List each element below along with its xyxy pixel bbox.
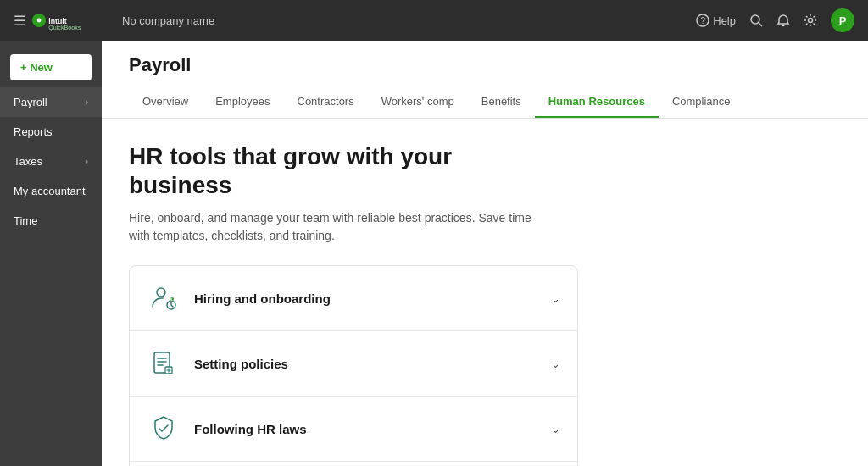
svg-text:?: ? (701, 16, 706, 25)
tabs: Overview Employees Contractors Workers' … (129, 86, 841, 118)
quickbooks-logo: intuit QuickBooks (32, 10, 100, 31)
sidebar: + New Payroll › Reports Taxes › My accou… (0, 41, 102, 466)
hamburger-icon[interactable]: ☰ (14, 13, 25, 29)
tab-benefits[interactable]: Benefits (468, 86, 535, 118)
settings-button[interactable] (804, 14, 817, 27)
tab-compliance[interactable]: Compliance (659, 86, 744, 118)
sidebar-item-reports[interactable]: Reports (0, 117, 102, 147)
logo-area: ☰ intuit QuickBooks (14, 10, 115, 31)
chevron-down-icon: ⌄ (551, 358, 560, 370)
hr-laws-icon (147, 412, 181, 446)
header-actions: ? Help P (696, 8, 854, 32)
hr-content: HR tools that grow with your business Hi… (102, 119, 868, 466)
page-header: Payroll Overview Employees Contractors W… (102, 41, 868, 119)
accordion-item-policies[interactable]: Setting policies ⌄ (130, 331, 577, 397)
accordion-item-conflict[interactable]: Managing conflict ⌄ (130, 462, 577, 466)
svg-point-11 (172, 300, 173, 301)
company-name: No company name (122, 14, 214, 27)
sidebar-item-label: Payroll (14, 96, 47, 108)
svg-text:QuickBooks: QuickBooks (48, 24, 81, 31)
sidebar-item-my-accountant[interactable]: My accountant (0, 176, 102, 206)
sidebar-item-time[interactable]: Time (0, 206, 102, 236)
tab-contractors[interactable]: Contractors (284, 86, 368, 118)
sidebar-item-payroll[interactable]: Payroll › (0, 87, 102, 117)
accordion-item-hiring[interactable]: Hiring and onboarding ⌄ (130, 266, 577, 331)
avatar[interactable]: P (831, 8, 854, 32)
accordion-list: Hiring and onboarding ⌄ (129, 265, 578, 466)
new-button[interactable]: + New (10, 54, 92, 80)
chevron-right-icon: › (86, 157, 88, 166)
notifications-button[interactable] (776, 14, 790, 27)
chevron-right-icon: › (86, 97, 88, 107)
tab-human-resources[interactable]: Human Resources (535, 86, 659, 118)
tab-employees[interactable]: Employees (202, 86, 283, 118)
sidebar-item-label: Taxes (14, 155, 42, 168)
sidebar-item-label: My accountant (14, 185, 86, 197)
chevron-down-icon: ⌄ (551, 292, 560, 305)
help-label: Help (713, 14, 736, 27)
svg-point-8 (157, 288, 165, 297)
tab-workers-comp[interactable]: Workers' comp (368, 86, 468, 118)
tab-overview[interactable]: Overview (129, 86, 202, 118)
main-layout: + New Payroll › Reports Taxes › My accou… (0, 41, 868, 466)
sidebar-item-taxes[interactable]: Taxes › (0, 147, 102, 176)
svg-point-7 (809, 19, 813, 23)
content-area: Payroll Overview Employees Contractors W… (102, 41, 868, 466)
accordion-label-hr-laws: Following HR laws (194, 422, 551, 436)
top-header: ☰ intuit QuickBooks No company name ? He… (0, 0, 868, 41)
svg-line-6 (759, 23, 762, 26)
chevron-down-icon: ⌄ (551, 423, 560, 435)
search-button[interactable] (749, 14, 763, 27)
hiring-icon (147, 281, 181, 315)
hr-main-title: HR tools that grow with your business (129, 142, 536, 199)
help-button[interactable]: ? Help (696, 14, 736, 27)
accordion-item-hr-laws[interactable]: Following HR laws ⌄ (130, 397, 577, 462)
sidebar-item-label: Reports (14, 125, 53, 138)
hr-description: Hire, onboard, and manage your team with… (129, 209, 553, 245)
accordion-label-hiring: Hiring and onboarding (194, 291, 551, 306)
page-title: Payroll (129, 54, 841, 76)
sidebar-item-label: Time (14, 214, 37, 227)
accordion-label-policies: Setting policies (194, 357, 551, 371)
svg-point-5 (751, 15, 760, 24)
policies-icon (147, 347, 181, 380)
